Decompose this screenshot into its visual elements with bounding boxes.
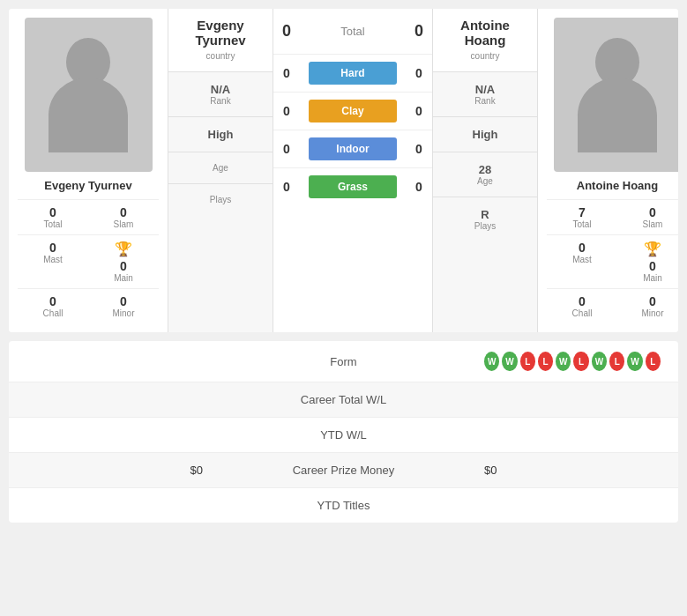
left-total-cell: 0 Total bbox=[18, 199, 88, 234]
badge-8: L bbox=[609, 352, 624, 371]
right-main-value: 0 bbox=[621, 259, 678, 273]
right-mast-cell: 0 Mast bbox=[547, 234, 617, 288]
left-total-label: Total bbox=[21, 219, 85, 229]
clay-right-score: 0 bbox=[406, 104, 432, 118]
left-slam-cell: 0 Slam bbox=[88, 199, 159, 234]
left-mast-label: Mast bbox=[21, 255, 85, 264]
indoor-right-score: 0 bbox=[406, 142, 432, 156]
badge-6: L bbox=[573, 352, 588, 371]
right-total-score: 0 bbox=[406, 22, 432, 41]
badge-9: W bbox=[627, 352, 642, 371]
left-plays-label: Plays bbox=[177, 195, 264, 204]
badge-7: W bbox=[592, 352, 607, 371]
right-chall-value: 0 bbox=[550, 294, 614, 308]
grass-button[interactable]: Grass bbox=[309, 175, 397, 198]
right-silhouette bbox=[578, 38, 657, 152]
right-chall-label: Chall bbox=[550, 308, 614, 318]
total-row: 0 Total 0 bbox=[273, 9, 432, 54]
form-row: Form W W L L W L W L W L bbox=[9, 341, 678, 382]
ytd-titles-label: YTD Titles bbox=[203, 499, 484, 512]
right-main-label: Main bbox=[621, 273, 678, 283]
left-player-name: Evgeny Tyurnev bbox=[44, 179, 131, 192]
right-prize: $0 bbox=[484, 464, 661, 477]
right-total-value: 7 bbox=[550, 205, 614, 219]
hard-right-score: 0 bbox=[406, 66, 432, 80]
right-total-cell: 7 Total bbox=[547, 199, 617, 234]
clay-row: 0 Clay 0 bbox=[273, 92, 432, 130]
form-label: Form bbox=[203, 355, 484, 368]
right-high-box: High bbox=[433, 116, 537, 152]
form-badges: W W L L W L W L W L bbox=[484, 352, 661, 371]
left-age-label: Age bbox=[177, 163, 264, 173]
left-high-value: High bbox=[177, 128, 264, 141]
left-slam-value: 0 bbox=[92, 205, 155, 219]
right-minor-value: 0 bbox=[621, 294, 678, 308]
right-slam-value: 0 bbox=[621, 205, 678, 219]
right-minor-cell: 0 Minor bbox=[617, 288, 678, 323]
right-high-value: High bbox=[442, 128, 528, 141]
right-header-info: AntoineHoang country bbox=[433, 9, 537, 71]
left-header-info: EvgenyTyurnev country bbox=[168, 9, 273, 71]
right-rank-label: Rank bbox=[474, 96, 495, 106]
right-player-name: Antoine Hoang bbox=[577, 179, 658, 192]
right-avatar bbox=[554, 18, 679, 172]
player-right-card: Antoine Hoang 7 Total 0 Slam 0 Mast 🏆 0 bbox=[538, 9, 678, 332]
left-high-box: High bbox=[168, 116, 273, 152]
left-main-value: 0 bbox=[92, 259, 155, 273]
left-avatar bbox=[25, 18, 153, 172]
right-chall-cell: 0 Chall bbox=[547, 288, 617, 323]
career-wl-label: Career Total W/L bbox=[203, 393, 484, 406]
right-rank-box: N/A Rank bbox=[433, 71, 537, 116]
right-age-box: 28 Age bbox=[433, 152, 537, 197]
left-trophy-icon: 🏆 bbox=[115, 241, 132, 257]
prize-label: Career Prize Money bbox=[203, 464, 484, 477]
left-total-value: 0 bbox=[21, 205, 85, 219]
left-prize: $0 bbox=[26, 464, 203, 477]
ytd-titles-row: YTD Titles bbox=[9, 488, 678, 523]
left-main-cell: 🏆 0 Main bbox=[88, 234, 159, 288]
grass-left-score: 0 bbox=[273, 180, 300, 194]
left-minor-cell: 0 Minor bbox=[88, 288, 159, 323]
badge-4: L bbox=[538, 352, 553, 371]
badge-10: L bbox=[646, 352, 661, 371]
grass-right-score: 0 bbox=[406, 180, 432, 194]
indoor-button[interactable]: Indoor bbox=[309, 137, 397, 160]
left-rank-label: Rank bbox=[210, 96, 230, 106]
clay-button[interactable]: Clay bbox=[309, 100, 397, 122]
left-total-score: 0 bbox=[273, 22, 300, 41]
left-chall-value: 0 bbox=[21, 294, 85, 308]
right-country: country bbox=[442, 51, 528, 61]
badge-1: W bbox=[484, 352, 499, 371]
right-age-value: 28 bbox=[442, 163, 528, 176]
left-mast-cell: 0 Mast bbox=[18, 234, 88, 288]
left-stats-grid: 0 Total 0 Slam 0 Mast 🏆 0 Main 0 bbox=[18, 199, 159, 323]
form-badges-container: W W L L W L W L W L bbox=[484, 352, 661, 371]
left-rank-value: N/A bbox=[211, 83, 230, 96]
ytd-wl-label: YTD W/L bbox=[203, 428, 484, 442]
right-plays-value: R bbox=[442, 208, 528, 221]
left-full-name: EvgenyTyurnev bbox=[177, 18, 264, 48]
right-stats-grid: 7 Total 0 Slam 0 Mast 🏆 0 Main 0 bbox=[547, 199, 678, 323]
right-slam-label: Slam bbox=[621, 219, 678, 229]
right-plays-box: R Plays bbox=[433, 197, 537, 241]
left-minor-value: 0 bbox=[92, 294, 155, 308]
hard-row: 0 Hard 0 bbox=[273, 54, 432, 92]
right-plays-label: Plays bbox=[442, 221, 528, 231]
badge-5: W bbox=[556, 352, 571, 371]
right-avatar-body bbox=[578, 78, 657, 152]
left-minor-label: Minor bbox=[92, 308, 155, 318]
career-wl-row: Career Total W/L bbox=[9, 382, 678, 418]
ytd-wl-row: YTD W/L bbox=[9, 418, 678, 453]
right-age-label: Age bbox=[442, 176, 528, 186]
left-chall-label: Chall bbox=[21, 308, 85, 318]
left-mast-value: 0 bbox=[21, 241, 85, 255]
indoor-left-score: 0 bbox=[273, 142, 300, 156]
hard-button[interactable]: Hard bbox=[309, 62, 397, 85]
grass-row: 0 Grass 0 bbox=[273, 167, 432, 205]
left-rank-box: N/A Rank bbox=[168, 71, 273, 116]
left-avatar-body bbox=[49, 78, 128, 152]
right-main-cell: 🏆 0 Main bbox=[617, 234, 678, 288]
badge-3: L bbox=[520, 352, 535, 371]
clay-left-score: 0 bbox=[273, 104, 300, 118]
right-slam-cell: 0 Slam bbox=[617, 199, 678, 234]
